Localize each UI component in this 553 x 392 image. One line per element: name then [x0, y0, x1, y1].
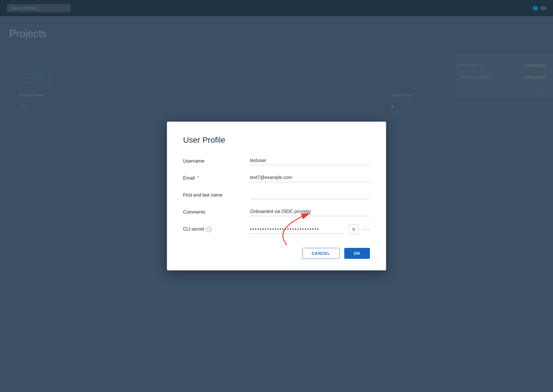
user-profile-modal: User Profile Username Email * First and …	[167, 122, 386, 270]
cli-secret-info-icon[interactable]: i	[206, 227, 212, 232]
username-field-row: Username	[183, 156, 370, 165]
email-field	[250, 173, 370, 182]
modal-title: User Profile	[183, 135, 370, 145]
modal-footer: CANCEL OK	[183, 248, 370, 259]
email-input[interactable]	[250, 173, 370, 182]
fullname-field	[250, 190, 370, 199]
username-label: Username	[183, 156, 241, 164]
fullname-label: First and last name	[183, 190, 241, 198]
username-input[interactable]	[250, 156, 370, 165]
cli-secret-dots: ••••••••••••••••••••••••••••	[250, 225, 344, 234]
fullname-input[interactable]	[250, 190, 370, 199]
cli-secret-row: •••••••••••••••••••••••••••• ⧉ ···	[250, 224, 370, 234]
ok-button[interactable]: OK	[344, 248, 370, 259]
copy-icon: ⧉	[352, 227, 355, 232]
comments-label: Comments	[183, 207, 241, 215]
more-options-button[interactable]: ···	[363, 226, 370, 233]
email-required-mark: *	[196, 176, 199, 180]
copy-secret-button[interactable]: ⧉	[349, 224, 359, 234]
comments-field-row: Comments	[183, 207, 370, 216]
cli-secret-label: CLI secret i	[183, 224, 241, 232]
username-field	[250, 156, 370, 165]
modal-overlay: User Profile Username Email * First and …	[0, 0, 553, 392]
cancel-button[interactable]: CANCEL	[302, 248, 340, 259]
comments-input[interactable]	[250, 207, 370, 216]
comments-field	[250, 207, 370, 216]
more-options-icon: ···	[363, 226, 370, 233]
fullname-field-row: First and last name	[183, 190, 370, 199]
cli-secret-field: •••••••••••••••••••••••••••• ⧉ ···	[250, 224, 370, 234]
email-field-row: Email *	[183, 173, 370, 182]
cli-secret-field-row: CLI secret i •••••••••••••••••••••••••••…	[183, 224, 370, 234]
email-label: Email *	[183, 173, 241, 181]
